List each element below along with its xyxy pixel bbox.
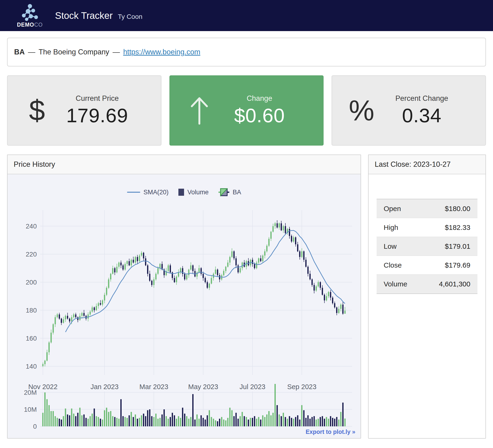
- brand-name: DEMOCO: [17, 22, 43, 28]
- svg-text:160: 160: [26, 335, 37, 342]
- arrow-up-icon: [188, 95, 211, 126]
- svg-text:220: 220: [26, 251, 37, 258]
- change-card: Change $0.60: [169, 75, 324, 146]
- percent-icon: %: [349, 94, 374, 127]
- percent-change-card: % Percent Change 0.34: [332, 75, 486, 146]
- svg-text:180: 180: [26, 307, 37, 314]
- app-title: Stock Tracker: [55, 10, 113, 21]
- table-row-high: High$182.33: [377, 218, 477, 237]
- price-history-panel: Price History 140160180200220240010M20MN…: [7, 154, 361, 438]
- row-value: $182.33: [445, 224, 470, 231]
- svg-text:240: 240: [26, 223, 37, 230]
- svg-text:Jul 2023: Jul 2023: [240, 383, 266, 391]
- svg-text:10M: 10M: [24, 406, 37, 413]
- candlestick-icon: [218, 188, 229, 197]
- sma-line-swatch-icon: [127, 192, 140, 193]
- row-value: $179.01: [445, 242, 470, 250]
- svg-text:Mar 2023: Mar 2023: [139, 383, 168, 391]
- svg-text:140: 140: [26, 363, 37, 370]
- row-value: 4,601,300: [439, 280, 470, 288]
- molecule-logo-icon: [19, 4, 41, 22]
- table-row-close: Close$179.69: [377, 256, 477, 275]
- table-row-volume: Volume4,601,300: [377, 275, 477, 294]
- svg-text:May 2023: May 2023: [188, 383, 218, 391]
- stat-label: Percent Change: [395, 94, 448, 103]
- current-price-value: 179.69: [66, 104, 128, 127]
- table-row-low: Low$179.01: [377, 237, 477, 256]
- legend-item-ba[interactable]: BA: [218, 188, 241, 197]
- svg-text:200: 200: [26, 279, 37, 286]
- row-value: $180.00: [445, 205, 470, 213]
- brand-logo: DEMOCO: [17, 4, 43, 28]
- svg-text:Sep 2023: Sep 2023: [287, 383, 316, 391]
- export-to-plotly-link[interactable]: Export to plot.ly »: [306, 428, 355, 435]
- svg-text:0: 0: [33, 423, 37, 430]
- row-label: High: [384, 224, 398, 231]
- navbar: DEMOCO Stock Tracker Ty Coon: [0, 0, 493, 31]
- chart-legend: SMA(20) Volume: [8, 188, 360, 197]
- ticker-symbol: BA: [14, 48, 25, 56]
- row-value: $179.69: [445, 261, 470, 269]
- separator: —: [113, 48, 120, 56]
- legend-item-sma[interactable]: SMA(20): [127, 189, 169, 196]
- dollar-icon: $: [29, 94, 45, 127]
- stat-label: Change: [247, 94, 272, 103]
- row-label: Close: [384, 261, 402, 269]
- last-close-title: Last Close: 2023-10-27: [369, 155, 485, 174]
- ohlcv-table: Open$180.00High$182.33Low$179.01Close$17…: [377, 199, 477, 294]
- stat-cards-row: $ Current Price 179.69 Change: [7, 75, 486, 146]
- percent-change-value: 0.34: [402, 104, 442, 127]
- price-volume-chart[interactable]: 140160180200220240010M20MNov 2022Jan 202…: [8, 174, 360, 438]
- stat-label: Current Price: [76, 94, 119, 103]
- row-label: Volume: [384, 280, 407, 288]
- last-close-panel: Last Close: 2023-10-27 Open$180.00High$1…: [368, 154, 486, 438]
- company-website-link[interactable]: https://www.boeing.com: [123, 48, 200, 56]
- row-label: Low: [384, 242, 397, 250]
- volume-swatch-icon: [178, 189, 184, 196]
- company-name: The Boeing Company: [39, 48, 109, 56]
- price-history-title: Price History: [8, 155, 360, 174]
- chart-area: 140160180200220240010M20MNov 2022Jan 202…: [8, 174, 360, 438]
- change-value: $0.60: [234, 104, 285, 127]
- app-subtitle: Ty Coon: [118, 11, 142, 21]
- svg-text:Jan 2023: Jan 2023: [90, 383, 119, 391]
- current-price-card: $ Current Price 179.69: [7, 75, 161, 146]
- table-row-open: Open$180.00: [377, 199, 477, 218]
- svg-text:Nov 2022: Nov 2022: [28, 383, 57, 391]
- separator: —: [28, 48, 35, 56]
- stock-tracker-app: DEMOCO Stock Tracker Ty Coon BA — The Bo…: [0, 0, 493, 448]
- row-label: Open: [384, 205, 401, 213]
- legend-item-volume[interactable]: Volume: [178, 189, 209, 196]
- ticker-info-bar: BA — The Boeing Company — https://www.bo…: [7, 38, 486, 66]
